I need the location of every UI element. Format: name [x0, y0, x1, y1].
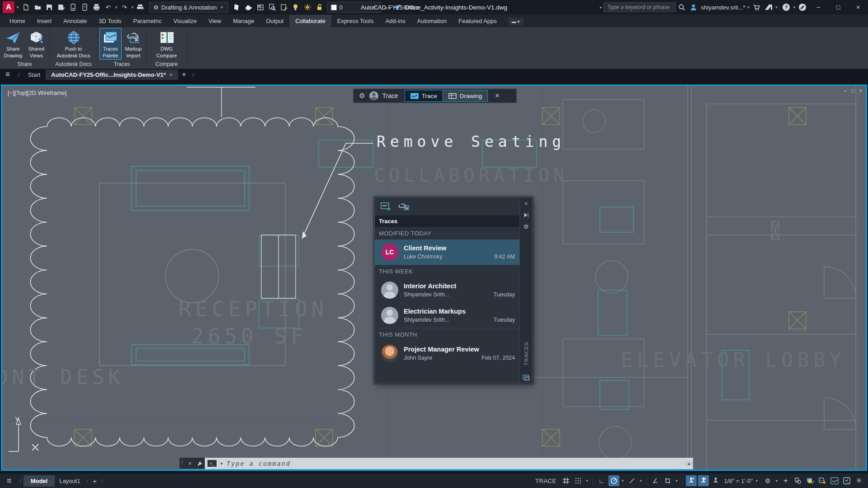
fullscreen-toggle[interactable]	[841, 475, 852, 486]
cart-icon[interactable]	[751, 2, 763, 13]
customization-menu-icon[interactable]: ≡	[854, 475, 864, 486]
object-snap-toggle[interactable]	[662, 475, 673, 486]
open-file-icon[interactable]	[32, 2, 43, 13]
trace-item-electrician-markups[interactable]: Electrician Markups Shiyamdev Srith... T…	[375, 303, 519, 328]
save-as-icon[interactable]	[55, 2, 67, 13]
object-snap-tracking-toggle[interactable]: ∠	[650, 475, 661, 486]
isodraft-caret-icon[interactable]: ▾	[639, 479, 643, 483]
viewport-controls[interactable]: [−][Top][2D Wireframe]	[8, 89, 66, 96]
polar-tracking-toggle[interactable]	[609, 475, 619, 486]
open-from-mobile-icon[interactable]	[79, 2, 90, 13]
dwg-compare-button[interactable]: DWG Compare	[153, 28, 181, 60]
username[interactable]: shiyamdev.srit...*	[701, 4, 745, 11]
panel-label-traces[interactable]: Traces	[98, 60, 146, 69]
drawing-minimize-icon[interactable]: −	[844, 88, 847, 94]
share-drawing-button[interactable]: Share Drawing	[2, 28, 24, 60]
new-file-tab-button[interactable]: +	[182, 70, 186, 79]
undo-icon[interactable]: ↶	[102, 2, 114, 13]
drawing-mode-button[interactable]: Drawing	[443, 90, 488, 101]
command-input-field[interactable]: >_ ▾ ▲	[205, 458, 693, 469]
workspace-switching-gear-icon[interactable]: ⚙	[762, 475, 773, 486]
isometric-drafting-toggle[interactable]	[627, 475, 637, 486]
drawing-canvas[interactable]: Remove Seating COLLABORATION RECEPTION 2…	[1, 84, 867, 471]
search-input[interactable]	[604, 2, 676, 12]
shared-views-button[interactable]: Shared Views	[25, 28, 48, 60]
save-to-mobile-icon[interactable]	[67, 2, 79, 13]
drawing-close-icon[interactable]: ×	[859, 88, 862, 94]
trace-palette-status-icon[interactable]	[829, 475, 840, 486]
autocad-logo-icon[interactable]: A	[3, 1, 14, 13]
app-menu-caret-icon[interactable]: ▾	[15, 5, 20, 9]
window-maximize-button[interactable]: □	[828, 0, 848, 14]
window-close-button[interactable]: ×	[848, 0, 868, 14]
annotation-scale-icon[interactable]	[710, 475, 721, 486]
trace-item-interior-architect[interactable]: Interior Architect Shiyamdev Srith... Tu…	[375, 277, 519, 303]
properties-icon[interactable]	[278, 2, 290, 13]
layout1-tab[interactable]: Layout1	[55, 475, 85, 487]
panel-label-autodesk-docs[interactable]: Autodesk Docs	[50, 60, 97, 69]
lightbulb-icon[interactable]	[290, 2, 302, 13]
batch-plot-icon[interactable]	[135, 2, 146, 13]
tab-visualize[interactable]: Visualize	[167, 15, 203, 27]
trace-alert-icon[interactable]	[817, 475, 828, 486]
annotation-visibility-toggle[interactable]	[686, 475, 697, 486]
new-file-icon[interactable]	[20, 2, 32, 13]
file-tab-close-icon[interactable]: ×	[170, 71, 173, 78]
ribbon-display-toggle[interactable]: ▬ ▾	[508, 18, 524, 25]
command-wrench-icon[interactable]	[195, 458, 205, 469]
tab-add-ins[interactable]: Add-ins	[379, 15, 411, 27]
preview-icon[interactable]	[266, 2, 278, 13]
tab-parametric[interactable]: Parametric	[127, 15, 168, 27]
annotation-autoscale-toggle[interactable]	[698, 475, 709, 486]
isolate-objects-toggle[interactable]	[793, 475, 803, 486]
palette-autohide-icon[interactable]	[524, 212, 529, 218]
workspace-dropdown[interactable]: ⚙ Drafting & Annotation ▾	[149, 2, 228, 13]
drawing-restore-icon[interactable]: □	[851, 88, 854, 94]
tab-manage[interactable]: Manage	[227, 15, 260, 27]
layout-viewport-icon[interactable]	[255, 2, 266, 13]
panel-label-share[interactable]: Share	[0, 60, 49, 69]
file-tab-start[interactable]: Start	[23, 70, 46, 80]
help-icon[interactable]: ?	[780, 2, 792, 13]
annotation-remove-seating[interactable]: Remove Seating	[377, 133, 566, 150]
redo-caret-icon[interactable]: ▾	[130, 5, 135, 9]
ortho-mode-toggle[interactable]: ∟	[596, 475, 607, 486]
snap-mode-toggle[interactable]	[573, 475, 584, 486]
workspace-switch-caret-icon[interactable]: ▾	[774, 479, 779, 483]
push-to-autodesk-docs-button[interactable]: Push to Autodesk Docs	[53, 28, 94, 60]
trace-status-label[interactable]: TRACE	[535, 478, 557, 484]
file-tab-document[interactable]: AutoCAD-FY25-Offic...Insights-Demo-V1* ×	[46, 70, 178, 80]
sun-icon[interactable]	[302, 2, 313, 13]
trace-toolbar-close-icon[interactable]: ×	[495, 92, 499, 100]
annotation-scale-dropdown[interactable]: 1/8" = 1'-0" ▾	[722, 478, 761, 484]
redo-icon[interactable]: ↷	[118, 2, 130, 13]
tab-automation[interactable]: Automation	[411, 15, 453, 27]
markup-import-button[interactable]: Markup Import	[123, 28, 145, 60]
trace-settings-gear-icon[interactable]: ⚙	[359, 92, 365, 100]
undo-caret-icon[interactable]: ▾	[114, 5, 118, 9]
osnap-caret-icon[interactable]: ▾	[675, 479, 679, 483]
trace-item-project-manager-review[interactable]: Project Manager Review John Sayre Feb 07…	[375, 341, 519, 366]
search-icon[interactable]	[676, 2, 688, 13]
snap-caret-icon[interactable]: ▾	[585, 479, 590, 483]
tab-express-tools[interactable]: Express Tools	[331, 15, 380, 27]
autodesk-caret-icon[interactable]: ▾	[774, 5, 779, 9]
traces-palette-button[interactable]: Traces Palette	[99, 28, 122, 60]
plot-icon[interactable]	[90, 2, 102, 13]
command-recent-caret-icon[interactable]: ▾	[219, 461, 224, 466]
model-tab[interactable]: Model	[24, 475, 55, 487]
panel-label-compare[interactable]: Compare	[146, 60, 187, 69]
user-caret-icon[interactable]: ▾	[746, 5, 751, 9]
palette-close-icon[interactable]: ×	[524, 200, 528, 207]
tab-annotate[interactable]: Annotate	[57, 15, 93, 27]
tab-home[interactable]: Home	[4, 15, 31, 27]
import-trace-icon[interactable]	[398, 202, 410, 211]
file-tab-menu-icon[interactable]: ≡	[0, 70, 15, 79]
feedback-icon[interactable]	[797, 2, 808, 13]
tab-view[interactable]: View	[203, 15, 227, 27]
tab-3d-tools[interactable]: 3D Tools	[93, 15, 127, 27]
new-layout-button[interactable]: +	[93, 477, 97, 485]
annotation-monitor-plus-icon[interactable]: +	[780, 475, 791, 486]
command-input[interactable]	[226, 460, 682, 467]
unlock-icon[interactable]	[313, 2, 325, 13]
